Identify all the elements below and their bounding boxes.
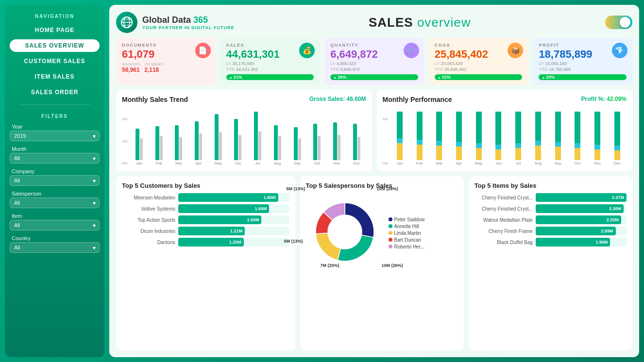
filter-company: Company All ▾ [10, 168, 100, 186]
sidebar-item-sales-overview[interactable]: SALES OVERVIEW [10, 39, 100, 52]
divider [19, 104, 91, 105]
country-select[interactable]: All ▾ [10, 242, 100, 253]
list-item: Cherry Finished Cryst... 2.30M [475, 204, 627, 213]
cogs-badge: 22% [435, 74, 523, 80]
bottom-row: Top 5 Customers by Sales Meersen Meubele… [116, 176, 632, 350]
top-salespersons-card: Top 5 Salespersons by Sales 10M (28%) 5M… [300, 176, 464, 350]
page-title: SALES overview [369, 15, 471, 30]
top-customers-card: Top 5 Customers by Sales Meersen Meubele… [116, 176, 295, 350]
kpi-profit: 💎 PROFIT 18,785,899 LY 15,083,160 YTD 18… [533, 38, 632, 85]
logo-icon [116, 12, 137, 33]
toggle-area [605, 16, 632, 29]
list-item: Voltive Systems 1.65M [122, 204, 289, 213]
year-select[interactable]: 2019 ▾ [10, 131, 100, 141]
header: Global Data 365 YOUR PARTNER IN DIGITAL … [116, 12, 632, 33]
list-item: Meersen Meubelen 1.80M [122, 193, 289, 202]
donut-label-top-left: 5M (13%) [287, 186, 305, 191]
sidebar-item-sales-order[interactable]: SALES ORDER [10, 86, 100, 99]
kpi-row: 📄 DOCUMENTS 61,079 INVOICES 58,961 CR ME… [116, 38, 632, 85]
filter-year: Year 2019 ▾ [10, 124, 100, 141]
donut-label-bottom-left: 5M (13%) [284, 239, 303, 244]
top-items-card: Top 5 Items by Sales Cherry Finished Cry… [469, 176, 632, 350]
documents-icon: 📄 [195, 43, 211, 58]
donut-label-bottom-right: 10M (26%) [382, 263, 403, 268]
items-bars: Cherry Finished Cryst... 2.37M Cherry Fi… [475, 193, 627, 247]
list-item: Walnut Medallian Plate 2.25M [475, 215, 627, 224]
donut-chart [306, 193, 384, 271]
legend-item-2: Linda Martin [389, 230, 425, 236]
company-select[interactable]: All ▾ [10, 175, 100, 186]
svg-point-5 [328, 215, 362, 249]
donut-area: 10M (28%) 5M (13%) 5M (13%) 7M (20%) 10M… [306, 193, 458, 273]
customers-bars: Meersen Meubelen 1.80M Voltive Systems 1… [122, 193, 289, 247]
list-item: Dicon Industries 1.21M [122, 227, 289, 235]
quantity-badge: 26% [330, 74, 418, 80]
toggle-knob [620, 17, 630, 28]
logo-text: Global Data 365 YOUR PARTNER IN DIGITAL … [142, 15, 235, 30]
salesperson-legend: Peter Saddow Annette Hill Linda Martin [389, 217, 425, 249]
sidebar: NAVIGATION HOME PAGE SALES OVERVIEW CUST… [5, 5, 104, 357]
logo-sub: YOUR PARTNER IN DIGITAL FUTURE [142, 25, 235, 30]
legend-item-1: Annette Hill [389, 224, 425, 229]
sidebar-item-customer-sales[interactable]: CUSTOMER SALES [10, 55, 100, 67]
list-item: Black Duffel Bag 1.96M [475, 238, 627, 247]
sidebar-item-item-sales[interactable]: ITEM SALES [10, 70, 100, 83]
sales-badge: 21% [226, 74, 314, 80]
legend-item-3: Bart Duncan [389, 237, 425, 243]
nav-label: NAVIGATION [35, 14, 74, 19]
profit-icon: 💎 [612, 43, 627, 58]
charts-row: Monthly Sales Trend Gross Sales: 46.60M … [116, 90, 632, 171]
profit-badge: 20% [539, 74, 627, 80]
kpi-sales: 💰 SALES 44,631,301 LY 35,176,580 YTD 44,… [220, 38, 320, 85]
filter-item: Item All ▾ [10, 213, 100, 230]
list-item: Dantons 1.20M [122, 238, 289, 247]
filter-salesperson: Salesperson All ▾ [10, 191, 100, 208]
logo-area: Global Data 365 YOUR PARTNER IN DIGITAL … [116, 12, 235, 33]
donut-label-top-right: 10M (28%) [377, 186, 398, 191]
list-item: Cherry Finish Frame 2.09M [475, 227, 627, 235]
list-item: Top Action Sports 1.50M [122, 215, 289, 224]
monthly-sales-chart: Monthly Sales Trend Gross Sales: 46.60M … [116, 90, 372, 171]
list-item: Cherry Finished Cryst... 2.37M [475, 193, 627, 202]
filter-month: Month All ▾ [10, 146, 100, 164]
sales-bar-chart-area: 4M2M0M Jan Feb Mar Apr [122, 107, 366, 165]
item-select[interactable]: All ▾ [10, 220, 100, 230]
kpi-quantity: 🛒 QUANTITY 6,649,872 LY 4,900,423 YTD 6,… [324, 38, 424, 85]
filters-label: FILTERS [41, 114, 68, 119]
main-content: Global Data 365 YOUR PARTNER IN DIGITAL … [109, 5, 639, 357]
monthly-perf-chart: Monthly Performance Profit %: 42.09% 5M0… [377, 90, 633, 171]
perf-bar-chart-area: 5M0M Jan Feb Mar [383, 107, 627, 165]
month-select[interactable]: All ▾ [10, 153, 100, 164]
logo-svg [120, 16, 133, 29]
logo-main: Global Data 365 [142, 15, 235, 25]
filter-country: Country All ▾ [10, 235, 100, 253]
sales-icon: 💰 [299, 43, 315, 58]
kpi-documents: 📄 DOCUMENTS 61,079 INVOICES 58,961 CR ME… [116, 38, 216, 85]
kpi-cogs: 📦 COGS 25,845,402 LY 20,093,420 YTD 25,8… [429, 38, 528, 85]
salesperson-select[interactable]: All ▾ [10, 197, 100, 208]
legend-item-4: Roberto Her... [389, 244, 425, 249]
sidebar-item-home[interactable]: HOME PAGE [10, 24, 100, 36]
donut-label-bottom-center: 7M (20%) [321, 263, 339, 268]
quantity-icon: 🛒 [404, 43, 419, 58]
legend-item-0: Peter Saddow [389, 217, 425, 222]
theme-toggle[interactable] [605, 16, 632, 29]
